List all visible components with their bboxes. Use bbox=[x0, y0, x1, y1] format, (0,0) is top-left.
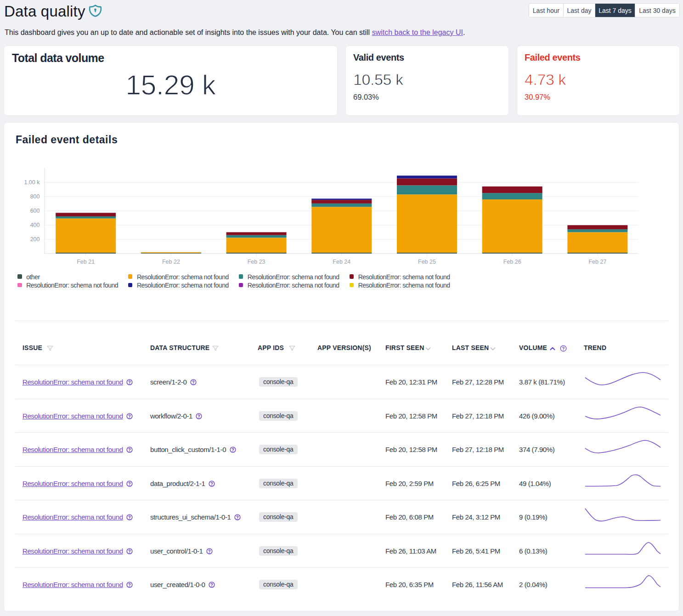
svg-text:Feb 25: Feb 25 bbox=[418, 259, 436, 265]
svg-text:Feb 23: Feb 23 bbox=[248, 259, 265, 265]
svg-text:Feb 27: Feb 27 bbox=[588, 259, 606, 265]
svg-text:Feb 26: Feb 26 bbox=[503, 259, 521, 265]
svg-text:200: 200 bbox=[30, 236, 40, 243]
svg-text:Feb 24: Feb 24 bbox=[333, 259, 350, 265]
svg-text:800: 800 bbox=[30, 193, 40, 200]
svg-text:1.00 k: 1.00 k bbox=[24, 179, 40, 186]
svg-text:Feb 22: Feb 22 bbox=[162, 259, 180, 265]
svg-text:Feb 21: Feb 21 bbox=[77, 259, 95, 265]
svg-text:400: 400 bbox=[30, 222, 40, 228]
svg-text:600: 600 bbox=[30, 208, 40, 214]
